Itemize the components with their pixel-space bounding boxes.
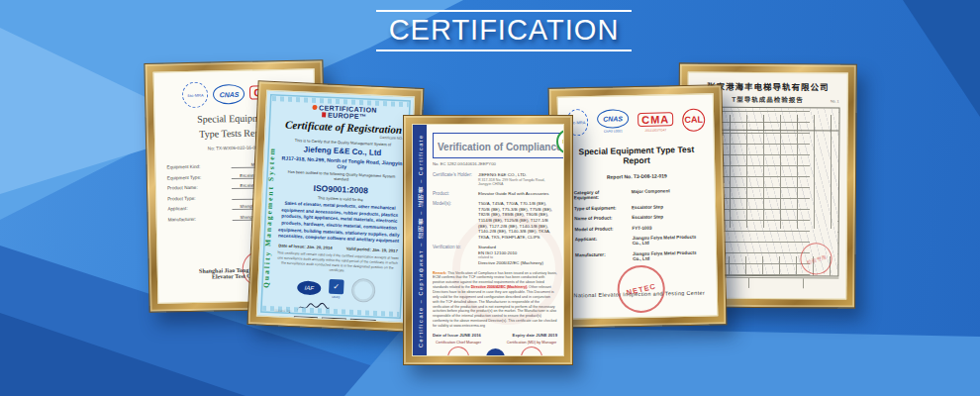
gold-frame: Certificate – Сертификат – 證明書 – 証明書 – C… [403,115,573,365]
field-row: Applicant:Jiangsu Feiya Metal Products C… [575,235,702,248]
field-label: Applicant: [575,236,627,247]
field-label: Name of Product: [574,215,626,221]
field-label: Type of Equipment: [574,205,626,211]
field-value: JIEFENG E&E CO., LTD. R 317-318 No. 299 … [478,172,557,187]
logo-square-icon [322,112,326,117]
dates-row: Date of Issue JUNE 2016 Expiry date JUNE… [433,333,557,338]
certificate-paper: ilac-MRA CNAS CNAS L0001 CMA 20111003TG4… [557,93,719,319]
certificate-title: Verification of Compliance [438,142,562,152]
field-label: Equipment Type: [167,174,228,180]
report-number: Report No. T3-D08-12-019 [567,172,706,181]
field-row: Model of Product:FYT-1003 [574,224,701,232]
certification-section: CERTIFICATION ilac-MRA CNAS CMA 20109101… [0,0,980,396]
banner-bottom-line [376,50,632,51]
field-label: Applicant: [167,205,228,211]
ce-mark-icon: CE [486,348,505,356]
valid-period: Valid period: Jan. 19, 2017 [346,246,398,252]
field-value: Escalator Step [632,204,663,210]
ukas-logo-icon: ✓ UKAS [329,278,344,299]
certificate-verification-of-compliance[interactable]: Certificate – Сертификат – 證明書 – 証明書 – C… [403,115,573,365]
surveillance-box-3: 27 months [350,318,376,323]
holder-address: R 317-318 No. 299 North of Tongdu Road, … [478,178,557,187]
certificate-number: Certificate NO.: [380,136,405,141]
sign-right: Certification (MD) by Manager ✶ [506,341,557,356]
cnas-stamp-icon: CNAS CNAS L0001 [597,109,629,134]
vertical-label: Quality Management System [260,129,277,306]
embossed-seal-icon [351,277,376,302]
holder-name: JIEFENG E&E CO., LTD. [478,172,527,177]
certificate-paper: Certificate – Сертификат – 證明書 – 証明書 – C… [412,124,564,356]
field-label: Product: [433,191,474,197]
field-label: Product Name: [167,184,228,190]
surveillance-box-1: 9 months [293,316,317,324]
cal-stamp-icon: CAL [682,108,705,131]
standard-name: ISO9001:2008 [313,183,368,195]
header-box: Verification of Compliance ECM [433,133,564,158]
section-banner: CERTIFICATION [376,10,632,51]
logo-text-2: EUROPE™ [328,112,367,121]
sign-left: Certification Chief Manager ✶ [433,341,484,356]
gold-frame: ilac-MRA CNAS CNAS L0001 CMA 20111003TG4… [547,84,727,329]
section-title: CERTIFICATION [376,12,632,50]
signatures-row: Certification Chief Manager ✶ CE Certifi… [433,341,557,356]
field-row: Name of Product:Escalator Step [574,214,701,222]
field-label: Model of Product: [574,226,626,232]
red-stamp-icon: ✶ [519,345,543,356]
expiry-date: Expiry date JUNE 2019 [513,333,557,338]
field-row: Category of Equipment:Major Component [574,188,701,201]
field-value: Jiangsu Feiya Metal Products Co., Ltd [633,249,702,260]
field-value: Elevator Guide Rail with Accessories [478,191,557,197]
scope-text: Sales of elevator, metal products, other… [277,200,401,245]
remark-label: Remark: [433,271,446,275]
fine-print: This certificate will remain valid only … [276,250,399,275]
certificate-iso9001[interactable]: Quality Management System CERTIFICATION … [246,80,424,332]
issuer-block: NETEC National Elevator Inspection and T… [570,290,709,309]
issue-date: Date of Issue JUNE 2016 [433,333,481,338]
issue-date: Date of Issue: Jan. 20, 2014 [278,243,333,249]
field-row: Certificate's Holder: JIEFENG E&E CO., L… [433,172,557,187]
field-row: Type of Equipment:Escalator Step [574,203,701,211]
iaf-logo-icon: IAF [297,280,322,295]
accreditation-stamps: ilac-MRA CNAS CNAS L0001 CMA 20111003TG4… [566,105,706,138]
certificate-paper: Quality Management System CERTIFICATION … [256,90,415,324]
surveillance-boxes: 9 months 18 months 27 months [293,316,376,324]
certificate-type-test-report-netec[interactable]: ilac-MRA CNAS CNAS L0001 CMA 20111003TG4… [547,84,727,329]
ilac-mra-stamp-icon: ilac-MRA [182,82,209,109]
field-value: Jiangsu Feiya Metal Products Co., Ltd [633,235,702,246]
field-label: Equipment Kind: [167,163,228,169]
logo-dot-icon [312,105,317,110]
report-fields: Category of Equipment:Major Component Ty… [568,188,708,262]
vertical-label: Certificate – Сертификат – 證明書 – 証明書 – C… [417,133,425,347]
field-row: Manufacturer:Jiangsu Feiya Metal Product… [575,249,702,262]
field-label: Category of Equipment: [574,189,626,200]
field-value: FYT-1003 [632,225,651,230]
field-value: Major Component [632,188,670,199]
watermark-seal-icon [452,214,563,325]
surveillance-box-2: 18 months [321,317,346,323]
guilloche-border-bottom [262,306,399,317]
cnas-stamp-icon: CNAS [213,84,245,105]
report-title: Special Equipment Type Test Report [567,145,706,167]
netec-stamp-icon: NETEC [613,260,670,318]
field-value: Escalator Step [632,214,663,220]
certificate-number: No. EC 1282.0G140616.JEEPY00 [433,161,557,166]
page-note: No. 1 [831,99,839,103]
field-label: Manufacturer: [575,251,627,262]
gold-frame: Quality Management System CERTIFICATION … [246,80,424,332]
certificate-title: Certificate of Registration [285,119,402,136]
vertical-band: Certificate – Сертификат – 證明書 – 証明書 – C… [413,125,427,355]
field-label: Product Type: [167,195,228,201]
accreditation-logos: IAF ✓ UKAS [297,275,376,303]
field-row: Product: Elevator Guide Rail with Access… [433,191,557,197]
red-stamp-icon: ✶ [445,345,470,356]
valid-line: This system is valid for the [318,195,363,202]
cma-stamp-icon: CMA 20111003TG47 [637,109,674,133]
field-label: Certificate's Holder: [433,172,474,187]
field-label: Manufacturer: [168,216,229,222]
certification-europe-logo-line2: EUROPE™ [322,111,367,120]
